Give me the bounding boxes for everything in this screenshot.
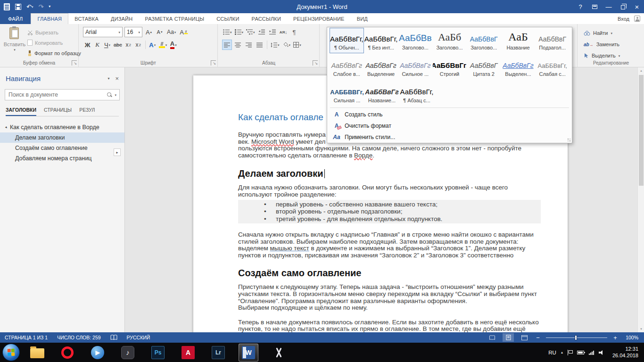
- style-subtitle[interactable]: АаБбВвГ Подзагол...: [536, 28, 569, 53]
- signin-link[interactable]: Вход: [618, 16, 629, 22]
- web-layout-button[interactable]: [519, 333, 530, 342]
- lightroom-icon[interactable]: Lr: [208, 344, 228, 362]
- bold-button[interactable]: Ж: [83, 40, 92, 50]
- tab-insert[interactable]: ВСТАВКА: [68, 13, 105, 24]
- sort-button[interactable]: АЯ↓: [279, 27, 289, 37]
- copy-button[interactable]: Копировать: [27, 39, 81, 47]
- style-subtle-reference[interactable]: АаББВвГг, Слабая с...: [536, 55, 569, 79]
- nav-tab-headings[interactable]: ЗАГОЛОВКИ: [6, 107, 36, 116]
- font-family-select[interactable]: Arial ▾: [83, 27, 123, 37]
- change-case-button[interactable]: Аа▾: [166, 27, 177, 37]
- spellcheck-icon[interactable]: [110, 335, 117, 340]
- style-quote2[interactable]: АаБбВвГ Цитата 2: [467, 55, 501, 79]
- volume-icon[interactable]: [599, 350, 605, 355]
- style-heading2[interactable]: АаБб Заголово...: [433, 28, 466, 53]
- style-intense-emphasis[interactable]: АаБбВвГг Сильное ...: [398, 55, 432, 79]
- word-count[interactable]: ЧИСЛО СЛОВ: 259: [57, 335, 100, 340]
- grow-font-button[interactable]: А▴: [144, 27, 153, 37]
- help-button[interactable]: ?: [573, 0, 587, 13]
- close-pane-button[interactable]: ×: [115, 75, 119, 82]
- nav-item-toc[interactable]: ▸ Создаём само оглавление: [0, 143, 124, 153]
- account-icon[interactable]: [634, 16, 640, 22]
- zoom-out-button[interactable]: −: [535, 334, 541, 341]
- style-emphasis[interactable]: АаБбВвГг Выделение: [364, 55, 398, 79]
- justify-button[interactable]: [255, 40, 264, 50]
- style-title[interactable]: АаБ Название: [502, 28, 535, 53]
- bullets-button[interactable]: ▾: [222, 27, 233, 37]
- style-subtle-emphasis[interactable]: АаБбВвГг Слабое в...: [330, 55, 363, 79]
- snipping-tool-icon[interactable]: [269, 344, 289, 362]
- paragraph-dialog-launcher[interactable]: ↘: [313, 60, 318, 66]
- highlight-color-button[interactable]: ▾: [158, 40, 168, 50]
- search-input[interactable]: [5, 91, 104, 98]
- action-center-icon[interactable]: [568, 350, 572, 355]
- numbering-button[interactable]: ▾: [234, 27, 245, 37]
- zoom-slider-thumb[interactable]: [575, 335, 577, 340]
- hidden-icons-button[interactable]: ▴: [561, 350, 563, 354]
- minimize-button[interactable]: —: [602, 0, 616, 13]
- scroll-down-icon[interactable]: ▾: [638, 326, 644, 332]
- borders-button[interactable]: ▾: [292, 40, 302, 50]
- format-painter-button[interactable]: Формат по образцу: [27, 49, 81, 57]
- print-layout-button[interactable]: [503, 333, 514, 342]
- media-player-icon[interactable]: ▶: [88, 344, 107, 362]
- opera-icon[interactable]: [58, 344, 77, 362]
- clear-formatting-button[interactable]: А: [179, 27, 190, 37]
- tab-page-layout[interactable]: РАЗМЕТКА СТРАНИЦЫ: [139, 13, 210, 24]
- shading-button[interactable]: ▾: [281, 40, 292, 50]
- replace-button[interactable]: ab→ Заменить: [584, 40, 619, 49]
- language-indicator[interactable]: РУССКИЙ: [127, 335, 150, 340]
- tab-references[interactable]: ССЫЛКИ: [210, 13, 245, 24]
- style-intense-quote[interactable]: АаБбВвГг Выделен...: [502, 55, 535, 79]
- style-no-spacing[interactable]: АаБбВвГг, ¶ Без инт...: [364, 28, 398, 53]
- paste-button[interactable]: Вставить ▾: [4, 27, 25, 63]
- style-book-title[interactable]: АаБбВвГг Название...: [365, 81, 399, 106]
- align-left-button[interactable]: [222, 40, 232, 50]
- tab-review[interactable]: РЕЦЕНЗИРОВАНИЕ: [287, 13, 351, 24]
- align-center-button[interactable]: [233, 40, 243, 50]
- style-intense-reference[interactable]: ААББВВГг, Сильная ...: [330, 81, 364, 106]
- align-right-button[interactable]: [244, 40, 254, 50]
- style-normal[interactable]: АаБбВвГг, ¶ Обычн...: [330, 28, 363, 53]
- multilevel-list-button[interactable]: ▾: [245, 27, 256, 37]
- acrobat-reader-icon[interactable]: A: [178, 344, 198, 362]
- tab-view[interactable]: ВИД: [351, 13, 374, 24]
- network-icon[interactable]: [589, 350, 594, 355]
- ribbon-display-options-button[interactable]: [587, 0, 602, 13]
- line-spacing-button[interactable]: ▾: [270, 40, 281, 50]
- clipboard-dialog-launcher[interactable]: ↘: [72, 60, 77, 66]
- style-list-paragraph[interactable]: АаБбВвГг, ¶ Абзац с...: [400, 81, 434, 106]
- search-icon[interactable]: [107, 92, 112, 98]
- create-style-item[interactable]: А Создать стиль: [327, 109, 572, 120]
- style-strong[interactable]: АаБбВвГг, Строгий: [433, 55, 466, 79]
- subscript-button[interactable]: х2: [124, 40, 133, 50]
- nav-tab-pages[interactable]: СТРАНИЦЫ: [44, 107, 72, 116]
- battery-icon[interactable]: [577, 351, 584, 354]
- tab-design[interactable]: ДИЗАЙН: [105, 13, 139, 24]
- italic-button[interactable]: К: [93, 40, 102, 50]
- nav-item-root[interactable]: ▸ Как сделать оглавление в Ворде: [0, 122, 124, 132]
- find-button[interactable]: Найти ▾: [584, 29, 612, 37]
- start-button[interactable]: [2, 344, 20, 361]
- apply-styles-item[interactable]: Аа Применить стили...: [327, 132, 572, 143]
- zoom-slider[interactable]: [546, 337, 607, 338]
- underline-button[interactable]: Ч▾: [103, 40, 112, 50]
- clear-format-item[interactable]: А Очистить формат: [327, 120, 572, 132]
- explorer-icon[interactable]: [27, 344, 47, 362]
- pane-options-button[interactable]: ▾: [107, 77, 109, 81]
- vertical-scrollbar[interactable]: ▴ ▾: [637, 67, 644, 332]
- clock[interactable]: 12:31 26.04.2018: [612, 346, 638, 359]
- shrink-font-button[interactable]: А▾: [155, 27, 164, 37]
- scroll-up-icon[interactable]: ▴: [638, 67, 644, 74]
- tab-home[interactable]: ГЛАВНАЯ: [31, 13, 68, 24]
- font-color-button[interactable]: А▾: [169, 40, 178, 50]
- font-size-select[interactable]: 16 ▾: [124, 27, 142, 37]
- language-switcher[interactable]: RU: [548, 350, 556, 355]
- search-options-button[interactable]: ▾: [115, 93, 116, 97]
- itunes-icon[interactable]: ♪: [118, 344, 138, 362]
- photoshop-icon[interactable]: Ps: [148, 344, 168, 362]
- nav-tabs-scroll-button[interactable]: ▸: [114, 148, 121, 156]
- zoom-in-button[interactable]: +: [612, 334, 619, 341]
- scrollbar-thumb[interactable]: [639, 75, 644, 186]
- zoom-level[interactable]: 100%: [623, 335, 638, 340]
